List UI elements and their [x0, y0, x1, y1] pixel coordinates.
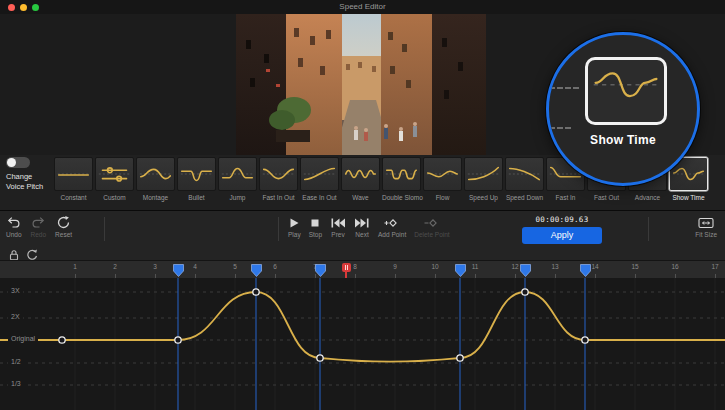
- curve-point[interactable]: [317, 355, 323, 361]
- preset-wave[interactable]: Wave: [341, 157, 380, 201]
- preset-label: Fast In Out: [259, 194, 298, 201]
- redo-button[interactable]: Redo: [31, 216, 47, 238]
- fit-size-button[interactable]: Fit Size: [695, 216, 717, 238]
- preset-speed-up[interactable]: Speed Up: [464, 157, 503, 201]
- timecode-display: 00:00:09.63: [520, 215, 604, 224]
- ruler-number: 4: [185, 263, 205, 270]
- preset-label: Custom: [95, 194, 134, 201]
- stop-icon: [309, 216, 321, 229]
- speed-level-label: 3X: [8, 287, 23, 294]
- curve-point[interactable]: [457, 355, 463, 361]
- preset-ease-in-out[interactable]: Ease In Out: [300, 157, 339, 201]
- voice-pitch-label: Change Voice Pitch: [6, 172, 52, 192]
- preset-flow[interactable]: Flow: [423, 157, 462, 201]
- delete-point-icon: [424, 216, 440, 229]
- preset-label: Speed Down: [505, 194, 544, 201]
- close-button[interactable]: [8, 4, 15, 11]
- redo-icon: [31, 216, 45, 229]
- lock-button[interactable]: [8, 247, 20, 259]
- curve-point[interactable]: [522, 289, 528, 295]
- window-title: Speed Editor: [0, 0, 725, 14]
- next-button[interactable]: Next: [354, 216, 370, 238]
- playhead-handle[interactable]: [342, 263, 351, 272]
- toolbar-divider: [278, 217, 279, 241]
- ruler-number: 15: [625, 263, 645, 270]
- prev-icon: [330, 216, 346, 229]
- curve-point[interactable]: [59, 337, 65, 343]
- magnified-neighbor-dash: [549, 127, 571, 129]
- track-options-row: [0, 246, 725, 260]
- preset-label: Flow: [423, 194, 462, 201]
- preset-bullet[interactable]: Bullet: [177, 157, 216, 201]
- show-time-magnifier-callout: Show Time: [546, 32, 700, 186]
- prev-button[interactable]: Prev: [330, 216, 346, 238]
- keyframe-pin[interactable]: [251, 263, 262, 276]
- ruler-number: 1: [65, 263, 85, 270]
- preset-label: Constant: [54, 194, 93, 201]
- preset-constant[interactable]: Constant: [54, 157, 93, 201]
- video-preview-image: [236, 14, 486, 155]
- preset-label: Bullet: [177, 194, 216, 201]
- speed-level-label: 1/3: [8, 380, 24, 387]
- window-controls: [8, 4, 39, 11]
- toggle-knob: [7, 158, 16, 167]
- voice-pitch-label-line2: Voice Pitch: [6, 182, 43, 191]
- preset-label: Double Slomo: [382, 194, 421, 201]
- fit-size-label: Fit Size: [695, 231, 717, 238]
- toolbar-divider: [104, 217, 105, 241]
- play-icon: [288, 216, 300, 229]
- stop-label: Stop: [309, 231, 322, 238]
- preset-label: Speed Up: [464, 194, 503, 201]
- speed-level-label: 2X: [8, 313, 23, 320]
- reset-button[interactable]: Reset: [55, 216, 72, 238]
- ruler-number: 9: [385, 263, 405, 270]
- curve-point[interactable]: [175, 337, 181, 343]
- ruler-number: 3: [145, 263, 165, 270]
- preset-label: Montage: [136, 194, 175, 201]
- minimize-button[interactable]: [20, 4, 27, 11]
- undo-button[interactable]: Undo: [6, 216, 22, 238]
- keyframe-pin[interactable]: [520, 263, 531, 276]
- zoom-button[interactable]: [32, 4, 39, 11]
- reset-label: Reset: [55, 231, 72, 238]
- keyframe-pin[interactable]: [315, 263, 326, 276]
- preset-custom[interactable]: Custom: [95, 157, 134, 201]
- constant-curve-icon: [54, 157, 93, 191]
- voice-pitch-toggle[interactable]: [6, 157, 30, 168]
- play-button[interactable]: Play: [288, 216, 301, 238]
- keyframe-pin[interactable]: [173, 263, 184, 276]
- stop-button[interactable]: Stop: [309, 216, 322, 238]
- jump-curve-icon: [218, 157, 257, 191]
- transport-group: Play Stop Prev Next: [288, 216, 450, 238]
- ruler-number: 11: [465, 263, 485, 270]
- next-label: Next: [355, 231, 368, 238]
- speed-level-label: Original: [8, 335, 38, 342]
- curve-point[interactable]: [582, 337, 588, 343]
- preset-double-slomo[interactable]: Double Slomo: [382, 157, 421, 201]
- speed-up-curve-icon: [464, 157, 503, 191]
- magnifier-label: Show Time: [549, 133, 697, 147]
- preset-jump[interactable]: Jump: [218, 157, 257, 201]
- delete-point-button[interactable]: Delete Point: [414, 216, 449, 238]
- timeline-ruler[interactable]: 1234567891011121314151617: [0, 260, 725, 278]
- magnified-preset-tile: [585, 57, 667, 125]
- add-point-button[interactable]: Add Point: [378, 216, 406, 238]
- preset-fast-in-out[interactable]: Fast In Out: [259, 157, 298, 201]
- undo-icon: [7, 216, 21, 229]
- add-point-label: Add Point: [378, 231, 406, 238]
- preset-speed-down[interactable]: Speed Down: [505, 157, 544, 201]
- curve-canvas[interactable]: [0, 278, 725, 410]
- apply-button[interactable]: Apply: [522, 227, 602, 244]
- prev-label: Prev: [331, 231, 344, 238]
- curve-point[interactable]: [253, 289, 259, 295]
- time-apply-group: 00:00:09.63 Apply: [520, 215, 604, 244]
- ruler-number: 6: [265, 263, 285, 270]
- keyframe-pin[interactable]: [455, 263, 466, 276]
- preset-label: Fast Out: [587, 194, 626, 201]
- keyframe-pin[interactable]: [580, 263, 591, 276]
- curve-editor[interactable]: 3X2XOriginal1/21/3: [0, 278, 725, 410]
- ease-in-out-curve-icon: [300, 157, 339, 191]
- refresh-button[interactable]: [26, 247, 38, 259]
- undo-label: Undo: [6, 231, 22, 238]
- preset-montage[interactable]: Montage: [136, 157, 175, 201]
